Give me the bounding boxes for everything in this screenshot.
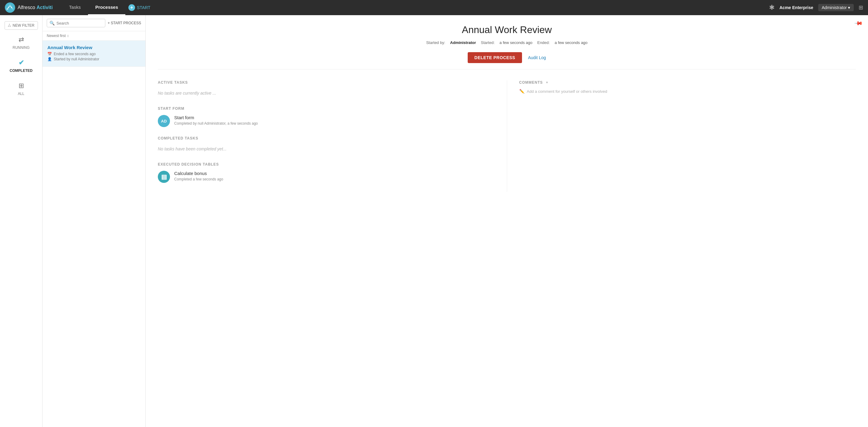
main-content: 📌 Annual Work Review Started by: Adminis… (146, 15, 868, 427)
audit-log-link[interactable]: Audit Log (528, 55, 546, 60)
apps-grid-icon[interactable]: ⊞ (859, 4, 863, 11)
two-col-layout: ACTIVE TASKS No tasks are currently acti… (158, 80, 856, 192)
delete-process-button[interactable]: DELETE PROCESS (468, 52, 522, 63)
search-input[interactable] (57, 21, 102, 26)
all-icon: ⊞ (19, 82, 24, 90)
chevron-down-icon: ▾ (848, 5, 850, 10)
sidebar-item-all[interactable]: ⊞ ALL (0, 79, 42, 99)
alfresco-logo-icon (5, 2, 15, 13)
new-filter-button[interactable]: ⧊ NEW FILTER (5, 21, 38, 30)
process-actions: DELETE PROCESS Audit Log (158, 52, 856, 69)
process-list-item[interactable]: Annual Work Review 📅 Ended a few seconds… (42, 41, 145, 67)
start-plus-icon: + (128, 4, 135, 11)
completed-tasks-title: COMPLETED TASKS (158, 136, 495, 140)
active-tasks-empty: No tasks are currently active ... (158, 89, 495, 97)
calendar-icon: 📅 (48, 52, 52, 56)
add-comment-button[interactable]: ✏️ Add a comment for yourself or others … (519, 89, 856, 94)
started-by-value: Administrator (450, 40, 476, 45)
notifications-icon[interactable]: ✱ (769, 4, 775, 11)
process-list-panel: 🔍 + START PROCESS Newest first ↕ Annual … (42, 15, 146, 427)
decision-table-info: Calculate bonus Completed a few seconds … (174, 171, 223, 182)
search-icon: 🔍 (50, 21, 55, 26)
ended-label: Ended: (537, 40, 550, 45)
logo-text: Alfresco Activiti (18, 5, 53, 10)
started-label: Started: (481, 40, 495, 45)
process-item-title: Annual Work Review (48, 45, 141, 50)
start-form-item: AD Start form Completed by null Administ… (158, 115, 495, 127)
page-title: Annual Work Review (158, 24, 856, 35)
tab-processes[interactable]: Processes (88, 0, 125, 15)
comments-section: COMMENTS + ✏️ Add a comment for yourself… (519, 80, 856, 94)
completed-icon: ✔ (19, 59, 24, 67)
comments-title: COMMENTS + (519, 80, 856, 85)
decision-table-item-subtitle: Completed a few seconds ago (174, 177, 223, 182)
start-form-item-subtitle: Completed by null Administrator, a few s… (174, 121, 258, 126)
started-value: a few seconds ago (500, 40, 532, 45)
add-comment-icon: + (546, 80, 549, 85)
completed-tasks-section: COMPLETED TASKS No tasks have been compl… (158, 136, 495, 153)
main-layout: ⧊ NEW FILTER ⇄ RUNNING ✔ COMPLETED ⊞ ALL… (0, 15, 868, 427)
search-box[interactable]: 🔍 (47, 19, 105, 27)
col-right: COMMENTS + ✏️ Add a comment for yourself… (507, 80, 856, 192)
start-form-title: START FORM (158, 106, 495, 111)
active-tasks-section: ACTIVE TASKS No tasks are currently acti… (158, 80, 495, 97)
completed-tasks-empty: No tasks have been completed yet... (158, 145, 495, 153)
svg-point-0 (5, 2, 15, 13)
person-icon: 👤 (48, 57, 52, 61)
process-meta-row: Started by: Administrator Started: a few… (158, 40, 856, 45)
sidebar: ⧊ NEW FILTER ⇄ RUNNING ✔ COMPLETED ⊞ ALL (0, 15, 42, 427)
process-item-started-by: 👤 Started by null Administrator (48, 57, 141, 61)
started-by-label: Started by: (426, 40, 445, 45)
sidebar-item-running[interactable]: ⇄ RUNNING (0, 33, 42, 53)
topnav: Alfresco Activiti Tasks Processes + STAR… (0, 0, 868, 15)
decision-table-item: ▤ Calculate bonus Completed a few second… (158, 171, 495, 183)
process-item-ended: 📅 Ended a few seconds ago (48, 52, 141, 56)
svg-point-1 (9, 5, 11, 6)
col-left: ACTIVE TASKS No tasks are currently acti… (158, 80, 495, 192)
decision-table-item-title: Calculate bonus (174, 171, 223, 176)
svg-point-3 (12, 8, 14, 10)
start-process-button[interactable]: + START PROCESS (108, 21, 141, 25)
filter-icon: ⧊ (8, 23, 11, 28)
nav-tabs: Tasks Processes + START (62, 0, 769, 15)
executed-tables-title: EXECUTED DECISION TABLES (158, 162, 495, 166)
logo: Alfresco Activiti (5, 2, 53, 13)
ended-value: a few seconds ago (555, 40, 587, 45)
sort-icon: ↕ (67, 34, 69, 38)
company-name: Acme Enterprise (779, 5, 813, 10)
pencil-icon: ✏️ (519, 89, 524, 94)
executed-tables-section: EXECUTED DECISION TABLES ▤ Calculate bon… (158, 162, 495, 183)
sidebar-item-completed[interactable]: ✔ COMPLETED (0, 56, 42, 76)
start-form-item-title: Start form (174, 115, 258, 120)
process-list-header: 🔍 + START PROCESS (42, 15, 145, 31)
start-form-avatar: AD (158, 115, 170, 127)
start-form-info: Start form Completed by null Administrat… (174, 115, 258, 126)
active-tasks-title: ACTIVE TASKS (158, 80, 495, 85)
svg-point-2 (6, 8, 8, 10)
user-menu[interactable]: Administrator ▾ (818, 4, 854, 11)
sort-row: Newest first ↕ (42, 31, 145, 41)
start-process-nav[interactable]: + START (128, 4, 151, 11)
topnav-right: ✱ Acme Enterprise Administrator ▾ ⊞ (769, 4, 863, 11)
start-form-section: START FORM AD Start form Completed by nu… (158, 106, 495, 127)
running-icon: ⇄ (19, 36, 24, 44)
decision-table-avatar: ▤ (158, 171, 170, 183)
tab-tasks[interactable]: Tasks (62, 0, 88, 15)
